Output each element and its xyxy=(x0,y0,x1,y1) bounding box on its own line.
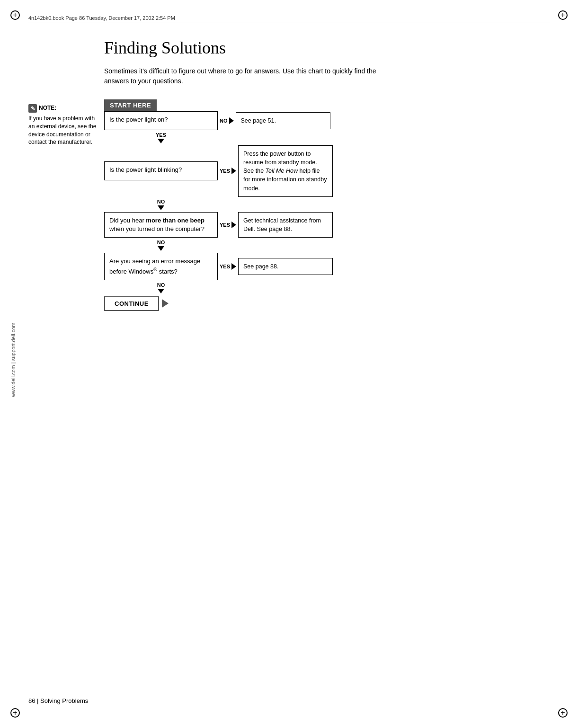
q3-yes-connector: YES xyxy=(218,222,238,228)
note-label: NOTE: xyxy=(39,105,56,111)
q2-row: Is the power light blinking? YES Press t… xyxy=(104,145,379,197)
continue-row: CONTINUE xyxy=(104,296,379,311)
continue-label[interactable]: CONTINUE xyxy=(104,296,159,311)
q4-no-arrow xyxy=(158,289,164,293)
note-icon: ✎ xyxy=(28,104,37,113)
q2-yes-arrow xyxy=(231,168,236,174)
q1-yes-down: YES xyxy=(104,130,218,145)
reg-mark-br xyxy=(558,708,568,718)
q3-row: Did you hear more than one beep when you… xyxy=(104,212,379,238)
q4-text: Are you seeing an error message before W… xyxy=(109,257,200,275)
q4-box: Are you seeing an error message before W… xyxy=(104,253,218,280)
q2-box: Is the power light blinking? xyxy=(104,161,218,180)
q3-text-after: when you turned on the computer? xyxy=(109,225,205,232)
flowchart: START HERE Is the power light on? NO See… xyxy=(104,99,379,311)
q1-no-arrow xyxy=(229,117,234,124)
q3-no-arrow xyxy=(158,246,164,251)
q1-no-connector: NO xyxy=(218,117,236,124)
q2-no-down: NO xyxy=(104,197,218,212)
q4-yes-answer: See page 88. xyxy=(238,258,333,275)
q4-yes-arrow xyxy=(231,263,236,270)
q4-no-down: NO xyxy=(104,280,218,295)
q3-no-down: NO xyxy=(104,238,218,253)
q3-box: Did you hear more than one beep when you… xyxy=(104,212,218,238)
reg-mark-bl xyxy=(10,708,20,718)
q1-no-answer: See page 51. xyxy=(236,112,330,129)
continue-arrow xyxy=(162,299,169,308)
q4-yes-connector: YES xyxy=(218,263,238,270)
q4-row: Are you seeing an error message before W… xyxy=(104,253,379,280)
page-footer: 86 | Solving Problems xyxy=(28,697,88,704)
q1-row: Is the power light on? NO See page 51. xyxy=(104,111,379,130)
q2-italic: Tell Me How xyxy=(266,168,298,174)
page-title: Finding Solutions xyxy=(104,38,550,58)
q3-text-before: Did you hear xyxy=(109,217,146,224)
book-header: 4n142bk0.book Page 86 Tuesday, December … xyxy=(28,15,550,23)
main-content: Finding Solutions Sometimes it’s difficu… xyxy=(104,38,550,311)
q1-box: Is the power light on? xyxy=(104,111,218,130)
reg-mark-tr xyxy=(558,10,568,20)
note-text: If you have a problem with an external d… xyxy=(28,115,97,146)
q3-yes-answer: Get technical assistance from Dell. See … xyxy=(238,212,333,238)
q3-bold-text: more than one beep xyxy=(146,217,205,224)
q2-yes-connector: YES xyxy=(218,168,238,174)
subtitle: Sometimes it’s difficult to figure out w… xyxy=(104,66,388,86)
side-text: www.dell.com | support.dell.com xyxy=(10,323,16,397)
q2-yes-answer: Press the power button to resume from st… xyxy=(238,145,333,197)
q1-yes-arrow xyxy=(158,139,164,143)
q2-no-arrow xyxy=(158,205,164,210)
q3-yes-arrow xyxy=(231,222,236,228)
start-here-label: START HERE xyxy=(104,99,157,111)
reg-mark-tl xyxy=(10,10,20,20)
note-box: ✎NOTE: If you have a problem with an ext… xyxy=(28,104,97,146)
